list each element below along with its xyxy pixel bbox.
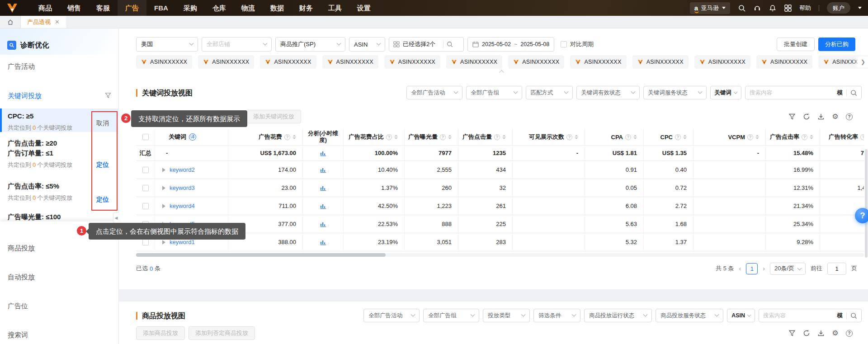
sidebar-item-keyword-targeting[interactable]: 关键词投放 bbox=[8, 92, 111, 100]
sidebar-collapse-handle[interactable]: ◀ bbox=[113, 212, 119, 223]
campaign-select[interactable]: 全部广告活动 bbox=[363, 309, 420, 322]
asin-chip[interactable]: ASINXXXXXX bbox=[694, 55, 750, 69]
help-link[interactable]: 帮助 bbox=[799, 4, 811, 12]
sidebar-filter-card[interactable]: 广告点击率: ≤5%共定位到0个关键词投放定位 bbox=[0, 179, 119, 208]
floating-help-button[interactable]: ? bbox=[855, 208, 868, 223]
sidebar-item-商品投放[interactable]: 商品投放 bbox=[8, 244, 35, 253]
locate-link[interactable]: 定位 bbox=[96, 196, 109, 204]
row-checkbox[interactable] bbox=[142, 167, 149, 173]
gear-icon[interactable]: ⚙ bbox=[831, 113, 839, 121]
asin-chip[interactable]: ASINXXXXXX bbox=[632, 55, 689, 69]
sort-icon[interactable] bbox=[448, 135, 452, 139]
row-select[interactable] bbox=[136, 197, 155, 215]
vertical-scrollbar-thumb[interactable] bbox=[865, 149, 868, 258]
sidebar-filter-card[interactable]: 广告曝光量: ≤100 bbox=[0, 209, 119, 221]
asin-multiselect[interactable]: 已经选择2个 bbox=[389, 37, 464, 52]
column-header-cpc[interactable]: CPC? bbox=[644, 129, 693, 145]
help-circle-icon[interactable]: ? bbox=[747, 134, 753, 140]
search-icon[interactable] bbox=[850, 90, 857, 96]
add-keyword-targeting-button[interactable]: 添加关键词投放 bbox=[246, 110, 301, 123]
nav-item-物流[interactable]: 物流 bbox=[234, 0, 263, 16]
marketplace-switcher[interactable]: a 亚马逊 bbox=[690, 2, 730, 14]
brand-fox-logo-icon[interactable] bbox=[6, 3, 18, 14]
sort-icon[interactable] bbox=[683, 135, 687, 139]
bell-icon[interactable] bbox=[769, 4, 776, 12]
expand-caret-icon[interactable] bbox=[162, 186, 165, 190]
row-checkbox[interactable] bbox=[142, 203, 149, 209]
hourly-analysis-cell[interactable] bbox=[303, 161, 344, 179]
row-checkbox[interactable] bbox=[142, 185, 149, 191]
column-header-keyword[interactable]: 关键词译 bbox=[155, 129, 228, 145]
search-icon[interactable] bbox=[738, 4, 745, 12]
asin-chip[interactable]: ASINXXXXXX bbox=[198, 55, 254, 69]
add-negative-product-targeting-button[interactable]: 添加到否定商品投放 bbox=[189, 326, 255, 340]
nav-item-工具[interactable]: 工具 bbox=[321, 0, 349, 16]
targeting-type-select[interactable]: 投放类型 bbox=[483, 309, 530, 322]
bulk-create-button[interactable]: 批量创建 bbox=[777, 38, 815, 51]
download-icon[interactable] bbox=[817, 113, 825, 121]
gear-icon[interactable]: ⚙ bbox=[831, 330, 839, 337]
column-filter-icon[interactable] bbox=[788, 330, 796, 337]
hourly-analysis-chart-icon[interactable] bbox=[320, 185, 326, 191]
page-number[interactable]: 1 bbox=[746, 263, 758, 274]
search-icon[interactable] bbox=[850, 312, 857, 319]
column-header-viewable-impressions[interactable]: 可见展示次数? bbox=[513, 129, 585, 145]
analyze-purchased-button[interactable]: 分析已购 bbox=[818, 38, 855, 51]
asin-chip[interactable]: ASINXXXXXX bbox=[384, 55, 440, 69]
tab-product-insight[interactable]: 产品透视 ✕ bbox=[21, 16, 66, 28]
nav-item-财务[interactable]: 财务 bbox=[292, 0, 321, 16]
nav-item-设置[interactable]: 设置 bbox=[349, 0, 378, 16]
nav-item-销售[interactable]: 销售 bbox=[60, 0, 89, 16]
help-circle-icon[interactable]: ? bbox=[802, 134, 807, 140]
prev-page-icon[interactable]: ‹ bbox=[739, 265, 741, 272]
keyword-search-input[interactable]: 搜索内容 模 bbox=[745, 86, 862, 99]
keyword-link[interactable]: keyword2 bbox=[170, 166, 195, 173]
match-type-select[interactable]: 匹配方式 bbox=[526, 86, 573, 99]
nav-item-采购[interactable]: 采购 bbox=[176, 0, 205, 16]
hourly-analysis-chart-icon[interactable] bbox=[320, 239, 326, 245]
sort-icon[interactable] bbox=[755, 135, 759, 139]
chips-next-button[interactable]: ❯ bbox=[858, 57, 868, 67]
cancel-locate-link[interactable]: 取消 bbox=[96, 119, 109, 127]
product-search-input[interactable]: 搜索内容 模 bbox=[759, 309, 862, 322]
home-tab[interactable] bbox=[0, 16, 21, 28]
asin-chip[interactable]: ASINXXXXXX bbox=[446, 55, 502, 69]
help-circle-icon[interactable]: ? bbox=[494, 134, 500, 140]
nav-item-客服[interactable]: 客服 bbox=[89, 0, 118, 16]
expand-caret-icon[interactable] bbox=[162, 204, 165, 208]
nav-item-广告[interactable]: 广告 bbox=[118, 0, 146, 16]
ad-type-select[interactable]: 商品推广(SP) bbox=[275, 37, 345, 52]
sort-icon[interactable] bbox=[502, 135, 506, 139]
asin-chip[interactable]: ASINXXXXXX bbox=[508, 55, 564, 69]
search-field-select[interactable]: 关键词 bbox=[710, 86, 742, 99]
asin-chip[interactable]: ASINXXXXXX bbox=[260, 55, 316, 69]
date-range-picker[interactable]: 2025-05-02 ~ 2025-05-08 bbox=[467, 37, 554, 52]
hourly-analysis-cell[interactable] bbox=[303, 197, 344, 215]
marketplace-select[interactable]: 美国 bbox=[136, 37, 198, 52]
headset-icon[interactable] bbox=[753, 4, 761, 12]
filter-funnel-icon[interactable] bbox=[105, 92, 111, 100]
help-circle-icon[interactable]: ? bbox=[846, 330, 853, 337]
next-page-icon[interactable]: › bbox=[763, 265, 765, 272]
help-circle-icon[interactable]: ? bbox=[284, 134, 290, 140]
hourly-analysis-cell[interactable] bbox=[303, 215, 344, 233]
sidebar-item-自动投放[interactable]: 自动投放 bbox=[8, 273, 35, 282]
asin-chip[interactable]: ASINXXXXXX bbox=[570, 55, 626, 69]
keyword-link[interactable]: keyword3 bbox=[170, 184, 195, 191]
help-circle-icon[interactable]: ? bbox=[625, 134, 631, 140]
asin-chip[interactable]: ASINXXXXXX bbox=[756, 55, 812, 69]
hourly-analysis-cell[interactable] bbox=[303, 179, 344, 197]
collapse-chevron-up-icon[interactable] bbox=[499, 70, 504, 75]
nav-item-数据[interactable]: 数据 bbox=[263, 0, 292, 16]
goto-page-input[interactable]: 1 bbox=[827, 263, 846, 275]
column-header-clicks[interactable]: 广告点击量? bbox=[458, 129, 513, 145]
hourly-analysis-chart-icon[interactable] bbox=[320, 150, 326, 156]
download-icon[interactable] bbox=[817, 330, 825, 337]
store-select[interactable]: 全部店铺 bbox=[202, 37, 272, 52]
asin-chip[interactable]: ASINXXXXXX bbox=[136, 55, 192, 69]
help-circle-icon[interactable]: ? bbox=[846, 113, 853, 120]
sidebar-filter-card[interactable]: 广告点击量: ≥20广告订单量: ≤1共定位到0个关键词投放定位 bbox=[0, 136, 119, 174]
row-checkbox[interactable] bbox=[142, 134, 149, 140]
sidebar-item-搜索词[interactable]: 搜索词 bbox=[8, 331, 28, 339]
sidebar-item-广告位[interactable]: 广告位 bbox=[8, 302, 28, 311]
